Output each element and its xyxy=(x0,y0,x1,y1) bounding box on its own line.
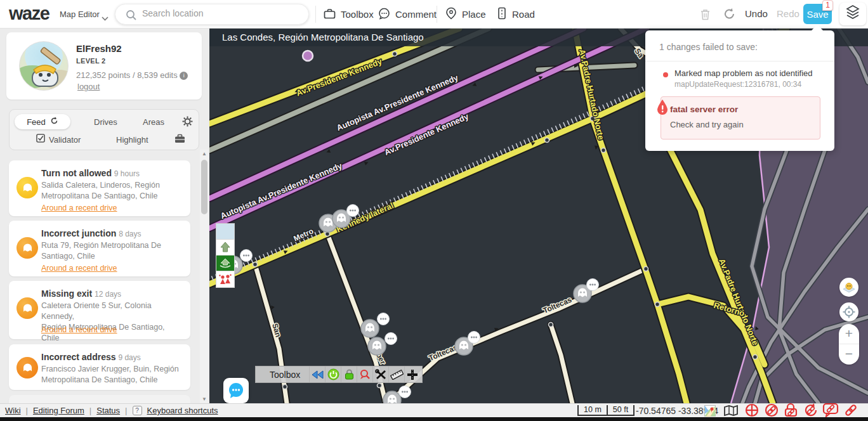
validator-scan-icon[interactable] xyxy=(216,256,234,271)
divider xyxy=(645,61,834,62)
feed-time: 9 days xyxy=(118,353,140,362)
toolbox-bar-label: Toolbox xyxy=(256,370,309,380)
refresh-feed-icon[interactable] xyxy=(50,117,58,127)
comment-label: Comment xyxy=(395,9,437,20)
ruler-icon[interactable] xyxy=(388,366,404,382)
keyboard-shortcuts-link[interactable]: Keyboard shortcuts xyxy=(147,406,218,415)
locate-button[interactable] xyxy=(839,302,858,321)
toolbox-label: Toolbox xyxy=(341,9,374,20)
lock-icon[interactable] xyxy=(341,366,357,382)
alert-drop-icon xyxy=(655,99,669,118)
feed-line2: Metropolitana De Santiago, Chile xyxy=(41,191,157,200)
feed-location: Ruta 79, Región Metropolitana DeSantiago… xyxy=(41,240,184,262)
road-label: Road xyxy=(512,9,535,20)
people-report-icon[interactable] xyxy=(216,271,234,287)
question-icon: ? xyxy=(133,406,142,415)
feed-line2: Metropolitana De Santiago, Chile xyxy=(41,375,157,384)
scroll-up-icon[interactable]: ▲ xyxy=(200,150,209,158)
feed-link[interactable]: Around a recent drive xyxy=(41,264,117,273)
tab-areas[interactable]: Areas xyxy=(143,117,164,127)
arrow-up-icon[interactable] xyxy=(216,240,234,256)
feed-line1: Ruta 79, Región Metropolitana De xyxy=(41,241,161,250)
power-icon[interactable] xyxy=(325,366,341,382)
user-stats: 212,352 points / 8,539 edits i xyxy=(76,70,188,80)
toolbox-button[interactable]: Toolbox xyxy=(324,0,374,29)
save-error-popup: 1 changes failed to save: Marked map pro… xyxy=(645,30,834,151)
info-icon[interactable]: i xyxy=(180,72,188,80)
highlight-label[interactable]: Highlight xyxy=(116,135,148,145)
avatar[interactable] xyxy=(19,41,69,91)
scroll-down-icon[interactable]: ▼ xyxy=(200,395,209,403)
validator-label[interactable]: Validator xyxy=(49,135,81,145)
road-button[interactable]: Road xyxy=(497,0,535,29)
scrollbar-thumb[interactable] xyxy=(201,160,207,214)
tab-feed[interactable]: Feed xyxy=(15,114,70,129)
chevron-down-icon[interactable] xyxy=(102,12,109,23)
place-button[interactable]: Place xyxy=(445,0,486,29)
comment-button[interactable]: Comment xyxy=(378,0,437,29)
layers-button[interactable] xyxy=(839,3,866,25)
app-mode-label[interactable]: Map Editor xyxy=(60,10,100,19)
status-link[interactable]: Status xyxy=(96,406,120,415)
tab-feed-label: Feed xyxy=(27,117,46,127)
feed-title: Turn not allowed 9 hours xyxy=(41,168,140,178)
wiki-link[interactable]: Wiki xyxy=(5,406,21,415)
save-badge: 1 xyxy=(822,0,833,11)
divider: | xyxy=(89,406,91,415)
permalink-icons xyxy=(744,404,859,418)
junction-cross-icon[interactable] xyxy=(404,366,420,382)
undo-button[interactable]: Undo xyxy=(745,8,768,19)
tools-icon[interactable] xyxy=(372,366,388,382)
magnifier-icon[interactable] xyxy=(357,366,372,382)
place-point-marker[interactable] xyxy=(303,51,313,61)
feed-item[interactable]: Missing exit 12 days Caletera Oriente 5 … xyxy=(9,281,190,339)
feed-link[interactable]: Around a recent drive xyxy=(41,325,117,334)
tab-drives[interactable]: Drives xyxy=(94,117,117,127)
zoom-tile-button[interactable] xyxy=(216,224,234,240)
zoom-in-button[interactable]: + xyxy=(839,324,859,344)
map-problem-icon xyxy=(16,297,38,319)
extension-mini-toolbar xyxy=(216,223,235,288)
google-maps-icon[interactable] xyxy=(704,405,716,418)
feed-line1: Francisco Javier Krugger, Buin, Región xyxy=(41,365,179,373)
validator-checkbox[interactable] xyxy=(36,134,45,145)
trash-icon[interactable] xyxy=(700,8,711,23)
feed-link[interactable]: Around a recent drive xyxy=(41,204,117,212)
popup-header: 1 changes failed to save: xyxy=(659,42,758,52)
failed-change-meta: mapUpdateRequest:12316781, 00:34 xyxy=(674,80,801,89)
briefcase-icon xyxy=(324,8,336,21)
zoom-out-button[interactable]: − xyxy=(839,344,859,365)
feed-title-text: Incorrect junction xyxy=(41,228,116,238)
logout-link[interactable]: logout xyxy=(77,82,100,91)
refresh-icon[interactable] xyxy=(723,8,736,23)
server-error-box: fatal server error Check and try again xyxy=(661,96,820,139)
scale-imperial: 50 ft xyxy=(607,405,633,415)
briefcase-small-icon[interactable] xyxy=(174,134,185,146)
gear-icon[interactable] xyxy=(182,116,193,129)
feed-scrollbar[interactable]: ▲ ▼ xyxy=(200,150,209,403)
footer-links: Wiki| Editing Forum| Status| ? Keyboard … xyxy=(5,406,218,415)
zoom-control: + − xyxy=(839,324,859,365)
error-body: Check and try again xyxy=(670,120,744,129)
redo-button[interactable]: Redo xyxy=(777,8,799,19)
rewind-icon[interactable] xyxy=(309,366,325,382)
feed-title: Incorrect address 9 days xyxy=(41,352,141,362)
forum-link[interactable]: Editing Forum xyxy=(33,406,84,415)
place-label: Place xyxy=(462,9,486,20)
bottom-strip xyxy=(0,417,868,421)
username: ElFresh92 xyxy=(76,43,122,54)
left-sidebar: ElFresh92 LEVEL 2 212,352 points / 8,539… xyxy=(0,29,209,403)
search-box[interactable] xyxy=(115,4,309,25)
wazer-tile-icon xyxy=(842,281,856,294)
divider: | xyxy=(125,406,127,415)
user-level: LEVEL 2 xyxy=(76,57,106,65)
map-problem-icon xyxy=(16,177,38,198)
error-bullet xyxy=(663,72,668,77)
feed-item[interactable]: Incorrect address 9 days Francisco Javie… xyxy=(9,344,190,390)
atlas-book-icon[interactable] xyxy=(723,405,739,418)
feed-item[interactable]: Incorrect junction 8 days Ruta 79, Regió… xyxy=(9,221,190,276)
chat-button[interactable] xyxy=(223,378,249,403)
search-input[interactable] xyxy=(142,8,294,18)
feed-item[interactable]: Turn not allowed 9 hours Salida Caletera… xyxy=(9,160,190,216)
live-map-button[interactable] xyxy=(839,278,858,297)
